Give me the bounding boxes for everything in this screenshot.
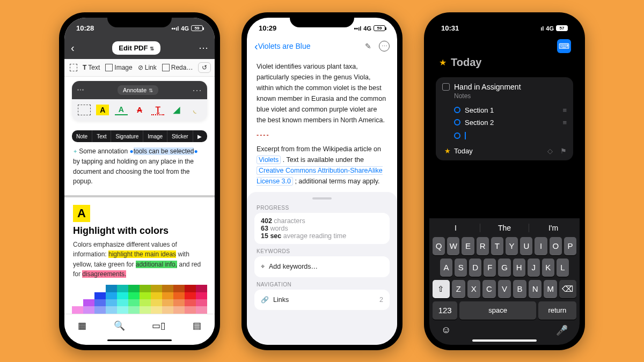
home-indicator[interactable]	[107, 339, 172, 342]
key-w[interactable]: W	[447, 237, 459, 255]
sheet-grabber[interactable]	[312, 197, 332, 200]
key-delete[interactable]: ⌫	[559, 280, 576, 298]
key-k[interactable]: K	[542, 258, 554, 277]
key-e[interactable]: E	[462, 237, 474, 255]
menu-more-arrow[interactable]: ▶	[193, 130, 206, 143]
thumbnails-button[interactable]: ▦	[78, 320, 86, 331]
tags-button[interactable]: ◇	[547, 147, 553, 155]
key-r[interactable]: R	[477, 237, 489, 255]
key-return[interactable]: return	[538, 301, 576, 320]
drag-handle-icon[interactable]	[77, 89, 84, 91]
key-a[interactable]: A	[440, 258, 452, 277]
key-f[interactable]: F	[484, 258, 496, 277]
home-indicator[interactable]	[472, 339, 537, 342]
back-button[interactable]	[71, 42, 75, 54]
key-b[interactable]: B	[513, 280, 526, 298]
undo-button[interactable]: ↺	[198, 62, 211, 73]
annotate-dropdown[interactable]: Annotate	[118, 85, 158, 95]
menu-image[interactable]: Image	[143, 130, 167, 143]
key-p[interactable]: P	[564, 237, 576, 255]
links-count: 2	[379, 296, 383, 304]
tool-select-region[interactable]	[70, 64, 77, 71]
prediction[interactable]: I	[431, 224, 480, 232]
key-m[interactable]: M	[544, 280, 557, 298]
link-violets[interactable]: Violets	[257, 156, 281, 164]
task-notes-label[interactable]: Notes	[442, 91, 567, 104]
search-button[interactable]: 🔍	[114, 320, 125, 331]
color-palette[interactable]	[64, 285, 215, 314]
ring-icon[interactable]	[454, 132, 460, 139]
checklist-new-item[interactable]	[442, 129, 567, 142]
document-info-button[interactable]: ▤	[193, 320, 201, 331]
flag-button[interactable]: ⚑	[560, 147, 567, 155]
menu-text[interactable]: Text	[92, 130, 111, 143]
read-mode-button[interactable]: ▭▯	[152, 320, 165, 331]
task-checkbox[interactable]	[442, 83, 450, 91]
menu-sticker[interactable]: Sticker	[167, 130, 193, 143]
keyboard-toggle-button[interactable]: ⌨	[557, 39, 571, 53]
key-u[interactable]: U	[520, 237, 532, 255]
key-numbers[interactable]: 123	[433, 301, 457, 320]
dictation-button[interactable]: 🎤	[556, 324, 568, 336]
compose-button[interactable]	[365, 42, 371, 50]
tool-text[interactable]: TText	[83, 64, 100, 71]
tool-link[interactable]: ⊘Link	[138, 64, 157, 71]
selection-end-handle[interactable]: ●	[194, 147, 197, 155]
more-button[interactable]: ⋯	[379, 41, 390, 51]
key-t[interactable]: T	[491, 237, 503, 255]
ring-icon[interactable]	[454, 119, 460, 125]
tool-highlight-yellow[interactable]: A	[96, 105, 109, 115]
key-space[interactable]: space	[459, 301, 536, 320]
key-c[interactable]: C	[482, 280, 496, 298]
key-g[interactable]: G	[498, 258, 510, 277]
tool-underline-green[interactable]: A	[115, 105, 128, 115]
note-body[interactable]: Violet identifies various plant taxa, pa…	[247, 56, 397, 192]
key-l[interactable]: L	[557, 258, 569, 277]
task-card[interactable]: Hand in Assignment Notes Section 1 ≡ Sec…	[436, 77, 573, 160]
key-h[interactable]: H	[513, 258, 525, 277]
checklist-item[interactable]: Section 2 ≡	[442, 116, 567, 129]
reorder-icon[interactable]: ≡	[562, 106, 567, 114]
mode-dropdown[interactable]: Edit PDF	[112, 41, 160, 55]
tool-marker-green[interactable]: ◢	[170, 105, 183, 115]
key-j[interactable]: J	[528, 258, 540, 277]
key-o[interactable]: O	[550, 237, 562, 255]
checklist-item[interactable]: Section 1 ≡	[442, 104, 567, 116]
note-title[interactable]: Violets are Blue	[258, 42, 311, 50]
reorder-icon[interactable]: ≡	[562, 119, 567, 127]
prediction[interactable]: The	[480, 224, 529, 232]
chevron-updown-icon	[149, 87, 153, 93]
menu-note[interactable]: Note	[72, 130, 92, 143]
key-v[interactable]: V	[498, 280, 511, 298]
notch	[107, 12, 172, 27]
tool-area-select[interactable]	[78, 105, 91, 115]
ring-icon[interactable]	[454, 107, 460, 113]
keywords-card[interactable]: Add keywords…	[254, 256, 390, 277]
key-q[interactable]: Q	[433, 237, 445, 255]
key-x[interactable]: X	[467, 280, 481, 298]
tool-redact[interactable]: Reda…	[162, 64, 193, 71]
key-y[interactable]: Y	[506, 237, 518, 255]
tool-squiggle-red[interactable]: T̰	[151, 105, 164, 115]
annotate-more-button[interactable]	[192, 84, 202, 96]
key-s[interactable]: S	[455, 258, 467, 277]
emoji-button[interactable]: ☺	[441, 324, 451, 336]
assoc-label[interactable]: Today	[454, 147, 473, 155]
prediction[interactable]: I'm	[529, 224, 577, 232]
key-shift[interactable]: ⇧	[433, 280, 450, 298]
more-button[interactable]	[199, 42, 208, 54]
key-z[interactable]: Z	[452, 280, 465, 298]
tool-marker-tan[interactable]: ◟	[188, 105, 201, 115]
tool-strikethrough-red[interactable]: A	[133, 105, 146, 115]
selected-text[interactable]: tools can be selected	[134, 147, 194, 155]
info-sheet[interactable]: PROGRESS 402 characters 63 words 15 sec …	[247, 192, 397, 345]
tool-image[interactable]: Image	[105, 64, 132, 71]
document-paragraph[interactable]: ✦ Some annotation ●tools can be selected…	[64, 144, 215, 191]
links-card[interactable]: Links2	[254, 290, 390, 310]
selection-start-handle[interactable]: ●	[129, 147, 133, 155]
menu-signature[interactable]: Signature	[111, 130, 143, 143]
back-button[interactable]	[254, 40, 258, 53]
key-n[interactable]: N	[529, 280, 542, 298]
key-i[interactable]: I	[535, 237, 547, 255]
key-d[interactable]: D	[469, 258, 481, 277]
